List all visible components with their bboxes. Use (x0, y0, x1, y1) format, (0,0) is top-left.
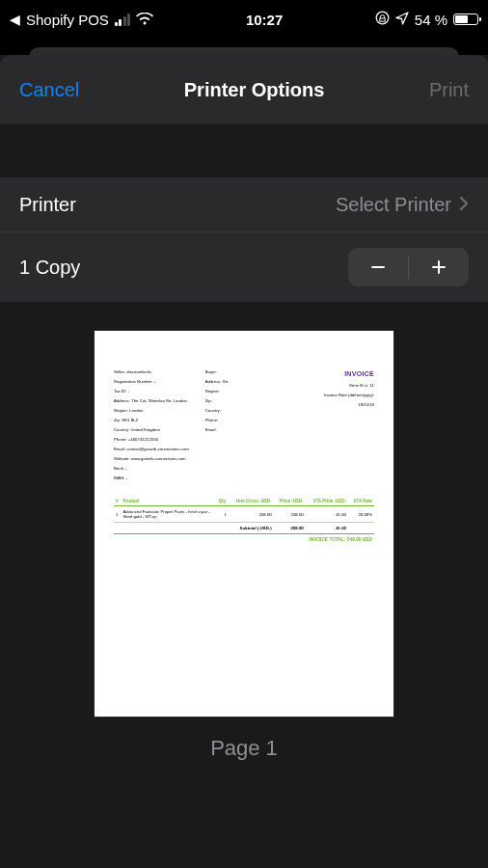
preview-area: Seller: discountkicks Registration Numbe… (0, 302, 488, 790)
invoice-seller-block: Seller: discountkicks Registration Numbe… (114, 369, 192, 481)
printer-options-sheet: Cancel Printer Options Print Printer Sel… (0, 55, 488, 868)
subtotal-row: Subtotal (-USD-) 208.00 41.60 (114, 523, 374, 534)
printer-row[interactable]: Printer Select Printer (0, 177, 488, 231)
wifi-icon (136, 12, 153, 28)
status-bar: ◀ Shopify POS 10:27 54 % (0, 0, 488, 39)
decrement-button[interactable] (348, 248, 408, 286)
location-icon (395, 12, 409, 28)
invoice-table: # Product Qty. Unit Gross -USD- Price -U… (114, 497, 374, 534)
copies-stepper (348, 248, 469, 286)
status-time: 10:27 (246, 12, 283, 28)
printer-value: Select Printer (336, 194, 451, 216)
back-caret-icon[interactable]: ◀ (10, 12, 20, 27)
invoice-title: INVOICE (296, 369, 374, 379)
invoice-buyer-block: Buyer: Address: Str. Region: Zip: Countr… (205, 369, 284, 481)
battery-icon (453, 14, 478, 25)
page-thumbnail[interactable]: Seller: discountkicks Registration Numbe… (95, 331, 393, 717)
nav-bar: Cancel Printer Options Print (0, 55, 488, 124)
page-number-label: Page 1 (210, 736, 278, 761)
cancel-button[interactable]: Cancel (19, 79, 79, 101)
copies-row: 1 Copy (0, 231, 488, 302)
table-row: 1 Advanced Fantastic Proper Pants - fres… (114, 506, 374, 523)
orientation-lock-icon (375, 11, 390, 28)
cell-signal-icon (115, 14, 131, 26)
settings-list: Printer Select Printer 1 Copy (0, 177, 488, 302)
copies-label: 1 Copy (19, 257, 80, 279)
page-title: Printer Options (184, 79, 325, 101)
invoice-meta-block: INVOICE Serie B nr. 11 Invoice Date (dd/… (296, 369, 374, 481)
chevron-right-icon (459, 194, 469, 216)
invoice-total: INVOICE TOTAL: 249.60 USD (114, 537, 374, 542)
battery-text: 54 % (415, 12, 447, 28)
printer-label: Printer (19, 194, 76, 216)
print-button[interactable]: Print (429, 79, 469, 101)
increment-button[interactable] (409, 248, 469, 286)
back-app-name[interactable]: Shopify POS (26, 12, 109, 28)
